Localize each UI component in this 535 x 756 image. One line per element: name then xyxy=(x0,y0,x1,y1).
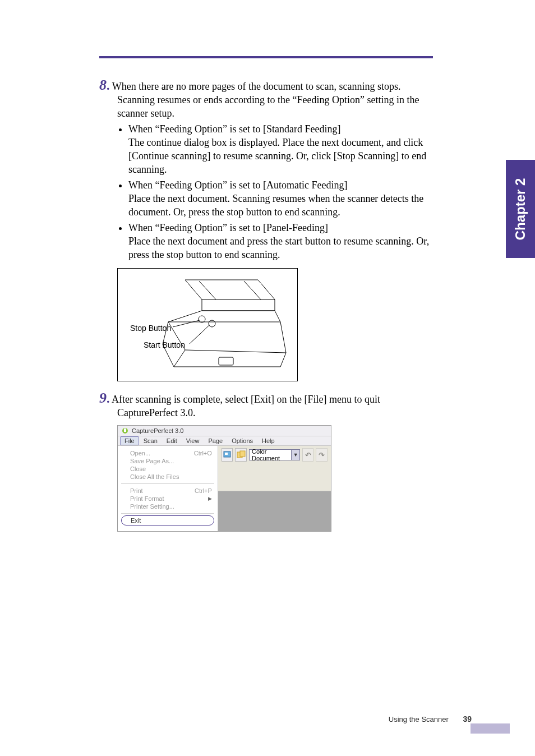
app-title: CapturePerfect 3.0 xyxy=(132,427,183,434)
step-8: 8. When there are no more pages of the d… xyxy=(99,79,436,381)
footer-accent xyxy=(471,723,510,734)
menu-help[interactable]: Help xyxy=(257,436,279,445)
toolbar-rotate-left-icon[interactable]: ↶ xyxy=(302,448,314,462)
dropdown-group-1: Open... Ctrl+O Save Page As... Close xyxy=(118,448,218,482)
menu-exit-highlight: Exit xyxy=(121,515,214,525)
toolbar-mode-value: Color Document xyxy=(252,448,289,462)
step-number: 8 xyxy=(99,77,107,93)
step-8-head: 8. When there are no more pages of the d… xyxy=(99,79,436,93)
app-right: Color Document ▼ ↶ ↷ xyxy=(218,446,331,531)
toolbar-scan-icon[interactable] xyxy=(222,448,233,462)
label-start-button: Start Button xyxy=(144,340,185,349)
menu-open[interactable]: Open... Ctrl+O xyxy=(118,449,218,457)
svg-point-3 xyxy=(199,316,205,322)
file-dropdown[interactable]: Open... Ctrl+O Save Page As... Close xyxy=(118,446,218,531)
step-9: 9. After scanning is complete, select [E… xyxy=(99,391,436,532)
svg-rect-13 xyxy=(240,451,245,457)
app-canvas xyxy=(218,491,331,532)
menu-save-page-as-label: Save Page As... xyxy=(130,458,174,464)
bullet-panel-feeding: When “Feeding Option” is set to [Panel-F… xyxy=(128,221,436,261)
dropdown-separator xyxy=(121,513,214,514)
app-icon xyxy=(121,427,129,435)
step-8-lead: When there are no more pages of the docu… xyxy=(112,81,401,92)
header-rule xyxy=(99,56,433,58)
submenu-arrow-icon: ▶ xyxy=(208,496,212,501)
step-number: 9 xyxy=(99,390,107,406)
menu-print-format[interactable]: Print Format ▶ xyxy=(118,495,218,503)
app-menubar[interactable]: File Scan Edit View Page Options Help xyxy=(118,436,331,446)
svg-line-1 xyxy=(244,281,261,299)
step-8-bullets: When “Feeding Option” is set to [Standar… xyxy=(128,122,436,261)
svg-line-6 xyxy=(173,320,200,327)
menu-close-all[interactable]: Close All the Files xyxy=(118,473,218,481)
app-toolbar: Color Document ▼ ↶ ↷ xyxy=(218,446,331,491)
step-8-body: Scanning resumes or ends according to th… xyxy=(117,93,436,261)
step-dot: . xyxy=(107,391,110,405)
page-footer: Using the Scanner 39 xyxy=(99,714,472,723)
svg-rect-9 xyxy=(124,428,126,432)
menu-print-label: Print xyxy=(130,487,143,494)
label-stop-button: Stop Button xyxy=(130,324,171,333)
chapter-tab-label: Chapter 2 xyxy=(513,178,528,240)
app-body: Open... Ctrl+O Save Page As... Close xyxy=(118,446,331,531)
step-9-head: 9. After scanning is complete, select [E… xyxy=(99,391,436,406)
toolbar-mode-select[interactable]: Color Document ▼ xyxy=(249,449,300,460)
menu-close[interactable]: Close xyxy=(118,465,218,473)
step-9-body: CapturePerfect 3.0. xyxy=(117,406,436,420)
svg-rect-11 xyxy=(225,453,228,455)
bullet-standard-feeding: When “Feeding Option” is set to [Standar… xyxy=(128,122,436,176)
chapter-tab: Chapter 2 xyxy=(506,160,535,258)
menu-scan[interactable]: Scan xyxy=(139,436,162,445)
menu-page[interactable]: Page xyxy=(204,436,227,445)
svg-line-0 xyxy=(199,281,216,299)
menu-exit-label: Exit xyxy=(131,517,141,524)
app-titlebar: CapturePerfect 3.0 xyxy=(118,426,331,436)
menu-printer-setting[interactable]: Printer Setting... xyxy=(118,503,218,510)
menu-open-shortcut: Ctrl+O xyxy=(194,450,212,457)
menu-printer-setting-label: Printer Setting... xyxy=(130,503,174,510)
menu-print[interactable]: Print Ctrl+P xyxy=(118,487,218,495)
dropdown-group-2: Print Ctrl+P Print Format ▶ Printer Sett… xyxy=(118,486,218,511)
menu-options[interactable]: Options xyxy=(227,436,257,445)
menu-open-label: Open... xyxy=(130,450,150,457)
step-dot: . xyxy=(107,79,110,93)
footer-section: Using the Scanner xyxy=(389,715,449,723)
toolbar-batch-icon[interactable] xyxy=(235,448,247,462)
menu-file[interactable]: File xyxy=(120,436,139,445)
menu-print-shortcut: Ctrl+P xyxy=(195,487,212,494)
menu-save-page-as[interactable]: Save Page As... xyxy=(118,457,218,465)
dropdown-arrow-icon[interactable]: ▼ xyxy=(291,450,299,460)
toolbar-rotate-right-icon[interactable]: ↷ xyxy=(316,448,328,462)
menu-print-format-label: Print Format xyxy=(130,495,164,502)
step-9-lead: After scanning is complete, select [Exit… xyxy=(112,394,380,405)
menu-exit[interactable]: Exit xyxy=(122,517,214,524)
svg-point-4 xyxy=(209,320,215,327)
menu-close-label: Close xyxy=(130,465,146,472)
app-screenshot: CapturePerfect 3.0 File Scan Edit View P… xyxy=(117,425,331,532)
footer-page-number: 39 xyxy=(463,714,472,723)
svg-line-7 xyxy=(190,325,210,344)
page-content: 8. When there are no more pages of the d… xyxy=(99,79,436,537)
bullet-automatic-feeding: When “Feeding Option” is set to [Automat… xyxy=(128,178,436,219)
dropdown-separator xyxy=(121,483,214,484)
svg-rect-5 xyxy=(219,357,233,365)
menu-close-all-label: Close All the Files xyxy=(130,473,179,480)
menu-view[interactable]: View xyxy=(182,436,204,445)
scanner-figure: Stop Button Start Button xyxy=(117,268,298,381)
menu-edit[interactable]: Edit xyxy=(162,436,182,445)
